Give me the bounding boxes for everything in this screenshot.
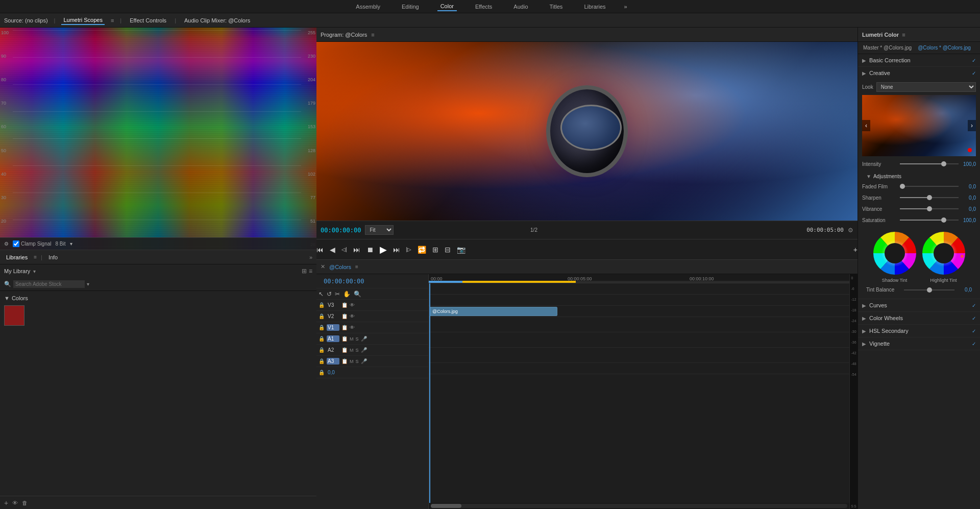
stop-icon[interactable]: ⏹ bbox=[366, 246, 374, 254]
step-back-icon[interactable]: ◀ bbox=[330, 246, 335, 254]
insert-icon[interactable]: ⊞ bbox=[432, 246, 438, 254]
timeline-close-icon[interactable]: ✕ bbox=[321, 263, 325, 270]
nav-color[interactable]: Color bbox=[437, 2, 457, 11]
scope-settings-icon[interactable]: ⚙ bbox=[4, 241, 9, 247]
scope-dropdown-icon[interactable]: ▾ bbox=[70, 241, 72, 247]
nav-libraries[interactable]: Libraries bbox=[581, 3, 608, 11]
timecode-in[interactable]: 00:00:00:00 bbox=[321, 227, 361, 234]
library-trash-icon[interactable]: 🗑 bbox=[22, 500, 28, 506]
track-a1-mute[interactable]: M bbox=[350, 336, 354, 342]
effect-controls-tab[interactable]: Effect Controls bbox=[128, 16, 168, 25]
search-input[interactable] bbox=[13, 280, 85, 288]
library-more-icon[interactable]: » bbox=[309, 254, 312, 260]
monitor-settings-icon[interactable]: ⚙ bbox=[848, 227, 853, 234]
library-folder-colors[interactable]: ▼ Colors bbox=[4, 295, 312, 301]
library-list-view-icon[interactable]: ≡ bbox=[309, 268, 312, 275]
color-wheels-checkbox[interactable]: ✓ bbox=[972, 316, 976, 321]
track-v2-eye-icon[interactable]: 👁 bbox=[350, 313, 355, 319]
library-thumbnail[interactable] bbox=[4, 305, 24, 326]
basic-correction-header[interactable]: ▶ Basic Correction ✓ bbox=[858, 54, 980, 66]
lumetri-clip-tab-active[interactable]: @Colors * @Colors.jpg bbox=[916, 44, 973, 52]
track-a2-mic-icon[interactable]: 🎤 bbox=[361, 347, 367, 353]
faded-film-slider-track[interactable] bbox=[900, 186, 959, 187]
vibrance-thumb[interactable] bbox=[927, 206, 932, 211]
creative-checkbox[interactable]: ✓ bbox=[972, 70, 976, 76]
lumetri-scopes-tab[interactable]: Lumetri Scopes bbox=[61, 16, 104, 25]
shadow-tint-wheel[interactable] bbox=[872, 231, 917, 276]
track-a2-mute[interactable]: M bbox=[350, 348, 354, 353]
audio-clip-mixer-tab[interactable]: Audio Clip Mixer: @Colors bbox=[182, 16, 252, 25]
track-a2-clip-icon[interactable]: 📋 bbox=[341, 347, 348, 353]
scrollbar-thumb[interactable] bbox=[431, 504, 461, 508]
track-a1-solo[interactable]: S bbox=[356, 336, 359, 342]
libraries-tab[interactable]: Libraries bbox=[4, 253, 30, 261]
track-row-v1[interactable]: @Colors.jpg bbox=[429, 306, 849, 317]
scrollbar-track[interactable] bbox=[431, 504, 847, 508]
track-lock-v1-icon[interactable]: 🔒 bbox=[318, 325, 325, 330]
curves-checkbox[interactable]: ✓ bbox=[972, 303, 976, 308]
track-row-master[interactable] bbox=[429, 363, 849, 374]
timeline-clip-colors[interactable]: @Colors.jpg bbox=[430, 307, 557, 316]
fit-select[interactable]: Fit 25% 50% 100% bbox=[365, 225, 394, 235]
nav-assembly[interactable]: Assembly bbox=[353, 3, 383, 11]
creative-header[interactable]: ▶ Creative ✓ bbox=[858, 67, 980, 79]
search-dropdown-icon[interactable]: ▾ bbox=[87, 281, 89, 287]
nav-effects[interactable]: Effects bbox=[472, 3, 495, 11]
library-tab-menu-icon[interactable]: ≡ bbox=[34, 254, 37, 260]
library-dropdown-icon[interactable]: ▾ bbox=[33, 269, 36, 274]
play-icon[interactable]: ▶ bbox=[380, 244, 387, 255]
saturation-thumb[interactable] bbox=[941, 217, 946, 223]
clamp-signal-checkbox[interactable]: Clamp Signal bbox=[13, 240, 51, 247]
track-v3-eye-icon[interactable]: 👁 bbox=[350, 302, 355, 308]
track-v1-clip-icon[interactable]: 📋 bbox=[341, 325, 348, 330]
overwrite-icon[interactable]: ⊟ bbox=[445, 246, 451, 254]
track-lock-a3-icon[interactable]: 🔒 bbox=[318, 358, 325, 364]
track-lock-v2-icon[interactable]: 🔒 bbox=[318, 313, 325, 319]
intensity-slider-track[interactable] bbox=[900, 163, 959, 164]
track-lock-v3-icon[interactable]: 🔒 bbox=[318, 302, 325, 308]
sharpen-thumb[interactable] bbox=[927, 195, 932, 200]
highlight-tint-wheel[interactable] bbox=[921, 231, 966, 276]
timeline-scrollbar[interactable] bbox=[429, 503, 849, 509]
nav-more-icon[interactable]: » bbox=[624, 4, 627, 10]
step-back-frame-icon[interactable]: ◁| bbox=[341, 247, 347, 252]
tint-balance-thumb[interactable] bbox=[927, 287, 932, 293]
tl-razor-tool[interactable]: ✂ bbox=[335, 290, 340, 298]
library-grid-view-icon[interactable]: ⊞ bbox=[302, 268, 307, 275]
intensity-slider-thumb[interactable] bbox=[941, 161, 946, 166]
track-row-v2[interactable] bbox=[429, 295, 849, 306]
tint-balance-slider[interactable] bbox=[904, 289, 954, 290]
color-wheels-header[interactable]: ▶ Color Wheels ✓ bbox=[858, 312, 980, 324]
track-a1-name[interactable]: A1 bbox=[327, 335, 339, 342]
vibrance-slider-track[interactable] bbox=[900, 208, 959, 209]
mark-in-icon[interactable]: ⏮ bbox=[316, 246, 324, 254]
preview-prev-button[interactable]: ‹ bbox=[862, 120, 870, 131]
preview-next-button[interactable]: › bbox=[968, 120, 976, 131]
step-forward-frame-icon[interactable]: |▷ bbox=[406, 247, 412, 252]
library-eye-icon[interactable]: 👁 bbox=[12, 500, 18, 506]
nav-editing[interactable]: Editing bbox=[399, 3, 422, 11]
info-tab[interactable]: Info bbox=[46, 253, 60, 261]
tl-zoom-tool[interactable]: 🔍 bbox=[354, 290, 361, 298]
vignette-checkbox[interactable]: ✓ bbox=[972, 341, 976, 347]
track-a3-solo[interactable]: S bbox=[356, 359, 359, 364]
adjustments-header[interactable]: ▼ Adjustments bbox=[862, 171, 976, 182]
program-monitor-menu-icon[interactable]: ≡ bbox=[371, 32, 374, 38]
basic-correction-checkbox[interactable]: ✓ bbox=[972, 58, 976, 63]
track-a3-name[interactable]: A3 bbox=[327, 358, 339, 365]
track-a3-mute[interactable]: M bbox=[350, 359, 354, 364]
look-select[interactable]: None bbox=[876, 82, 976, 92]
track-v3-clip-icon[interactable]: 📋 bbox=[341, 302, 348, 308]
vignette-header[interactable]: ▶ Vignette ✓ bbox=[858, 337, 980, 350]
loop-icon[interactable]: 🔁 bbox=[418, 246, 426, 254]
lumetri-master-tab[interactable]: Master * @Colors.jpg bbox=[861, 44, 914, 52]
nav-titles[interactable]: Titles bbox=[547, 3, 566, 11]
track-row-a3[interactable] bbox=[429, 348, 849, 363]
timeline-menu-icon[interactable]: ≡ bbox=[355, 264, 358, 270]
track-a1-mic-icon[interactable]: 🎤 bbox=[361, 336, 367, 342]
track-lock-a1-icon[interactable]: 🔒 bbox=[318, 336, 325, 342]
nav-audio[interactable]: Audio bbox=[510, 3, 531, 11]
track-a3-clip-icon[interactable]: 📋 bbox=[341, 358, 348, 364]
library-add-icon[interactable]: + bbox=[4, 499, 8, 507]
play-previous-icon[interactable]: ⏭ bbox=[353, 246, 360, 254]
